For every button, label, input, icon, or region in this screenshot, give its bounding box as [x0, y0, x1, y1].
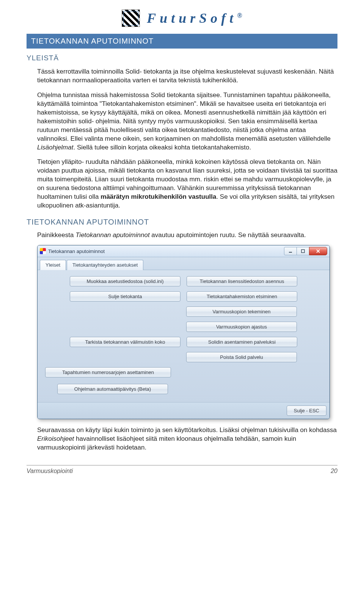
paragraph-4: Seuraavassa on käyty läpi kukin toiminto…	[37, 426, 337, 452]
button-license-install[interactable]: Tietokannan lisenssitiedoston asennus	[187, 276, 297, 286]
screenshot-caption: Painikkeesta Tietokannan aputoiminnot av…	[37, 231, 337, 240]
button-backup-make[interactable]: Varmuuskopion tekeminen	[186, 307, 297, 317]
tab-bar: Yleiset Tietokantayhteyden asetukset	[38, 257, 329, 270]
footer-left: Varmuuskopiointi	[27, 468, 73, 475]
registered-mark: ®	[237, 12, 242, 19]
button-edit-settings[interactable]: Muokkaa asetustiedostoa (solid.ini)	[70, 276, 180, 286]
heading-yleista: YLEISTÄ	[27, 54, 337, 62]
button-cache-size[interactable]: Tarkista tietokannan välimuistin koko	[70, 337, 180, 347]
window-controls	[284, 247, 327, 255]
button-close-esc[interactable]: Sulje - ESC	[287, 406, 326, 416]
tab-yhteys-asetukset[interactable]: Tietokantayhteyden asetukset	[67, 260, 143, 270]
tab-yleiset[interactable]: Yleiset	[40, 260, 66, 270]
button-auto-update[interactable]: Ohjelman automaattipäivitys (Beta)	[57, 384, 168, 394]
spacer	[70, 357, 180, 357]
paragraph-2: Ohjelma tunnistaa missä hakemistossa Sol…	[37, 91, 337, 152]
minimize-button[interactable]	[284, 247, 297, 255]
button-find-dir[interactable]: Tietokantahakemiston etsiminen	[187, 291, 297, 302]
brand-name: FuturSoft®	[147, 10, 242, 26]
checkered-flag-icon	[122, 9, 140, 27]
brand-text: FuturSoft	[147, 11, 237, 26]
maximize-icon	[301, 249, 305, 253]
spacer	[70, 311, 180, 312]
button-install-service[interactable]: Solidin asentaminen palveluksi	[187, 337, 297, 347]
section-banner: TIETOKANNAN APUTOIMINNOT	[27, 34, 337, 49]
button-backup-sched[interactable]: Varmuuskopion ajastus	[186, 322, 297, 332]
heading-aputoiminnot: TIETOKANNAN APUTOIMINNOT	[27, 218, 337, 226]
window-titlebar: Tietokannan aputoiminnot	[38, 245, 329, 257]
paragraph-3: Tietojen ylläpito- ruudulta nähdään pääk…	[37, 158, 337, 210]
svg-rect-1	[301, 250, 304, 253]
app-icon	[40, 248, 46, 254]
maximize-button[interactable]	[297, 247, 309, 255]
footer-page-number: 20	[331, 468, 337, 475]
aputoiminnot-window: Tietokannan aputoiminnot Yleiset Tietoka…	[37, 245, 330, 419]
paragraph-1: Tässä kerrottavilla toiminnoilla Solid- …	[37, 68, 337, 85]
svg-rect-0	[289, 252, 292, 253]
button-set-series[interactable]: Tapahtumien numerosarjojen asettaminen	[45, 367, 171, 377]
window-content: Muokkaa asetustiedostoa (solid.ini) Tiet…	[38, 270, 329, 402]
button-remove-service[interactable]: Poista Solid palvelu	[186, 352, 297, 362]
button-close-db[interactable]: Sulje tietokanta	[70, 291, 180, 302]
spacer	[70, 327, 180, 327]
page-footer: Varmuuskopiointi 20	[27, 465, 337, 475]
window-footer: Sulje - ESC	[38, 402, 329, 419]
close-icon	[316, 249, 320, 253]
window-title: Tietokannan aputoiminnot	[48, 248, 284, 254]
logo-bar: FuturSoft®	[27, 9, 337, 27]
minimize-icon	[288, 249, 293, 253]
close-button[interactable]	[309, 247, 327, 255]
